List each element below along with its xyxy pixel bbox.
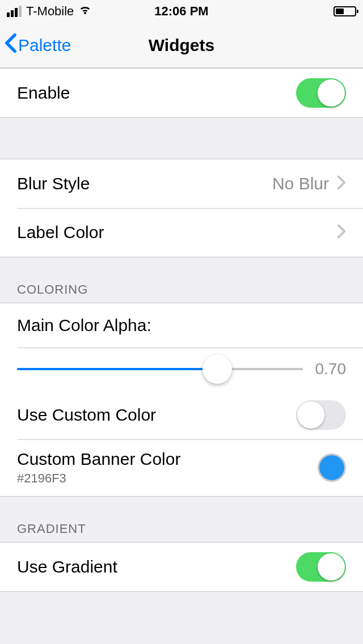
blur-style-label: Blur Style <box>17 174 90 193</box>
main-alpha-slider[interactable] <box>17 368 303 370</box>
main-alpha-label: Main Color Alpha: <box>17 316 151 335</box>
main-alpha-value: 0.70 <box>314 360 346 378</box>
label-color-row[interactable]: Label Color <box>0 208 363 257</box>
main-alpha-slider-row: 0.70 <box>0 348 363 391</box>
signal-icon <box>7 6 22 17</box>
main-alpha-label-row: Main Color Alpha: <box>0 303 363 348</box>
chevron-right-icon <box>337 175 346 192</box>
gradient-header: GRADIENT <box>0 497 363 542</box>
custom-banner-color-hex: #2196F3 <box>17 471 180 486</box>
enable-label: Enable <box>17 83 70 103</box>
nav-bar: Palette Widgets <box>0 23 363 68</box>
coloring-header: COLORING <box>0 257 363 303</box>
carrier-label: T-Mobile <box>26 4 74 19</box>
battery-icon <box>334 6 356 16</box>
status-bar: T-Mobile 12:06 PM <box>0 0 363 23</box>
use-custom-color-label: Use Custom Color <box>17 405 156 425</box>
enable-row[interactable]: Enable <box>0 69 363 117</box>
use-custom-color-toggle[interactable] <box>296 400 346 430</box>
blur-style-row[interactable]: Blur Style No Blur <box>0 159 363 208</box>
page-title: Widgets <box>0 36 363 55</box>
custom-banner-color-row[interactable]: Custom Banner Color #2196F3 <box>0 439 363 496</box>
enable-toggle[interactable] <box>296 78 346 108</box>
wifi-icon <box>78 3 92 20</box>
blur-style-value: No Blur <box>272 174 329 193</box>
use-gradient-label: Use Gradient <box>17 557 117 577</box>
custom-banner-color-label: Custom Banner Color <box>17 450 180 469</box>
use-gradient-toggle[interactable] <box>296 552 346 582</box>
label-color-label: Label Color <box>17 223 104 242</box>
chevron-right-icon <box>337 224 346 241</box>
use-custom-color-row[interactable]: Use Custom Color <box>0 391 363 439</box>
custom-banner-color-swatch[interactable] <box>318 454 346 482</box>
use-gradient-row[interactable]: Use Gradient <box>0 543 363 591</box>
